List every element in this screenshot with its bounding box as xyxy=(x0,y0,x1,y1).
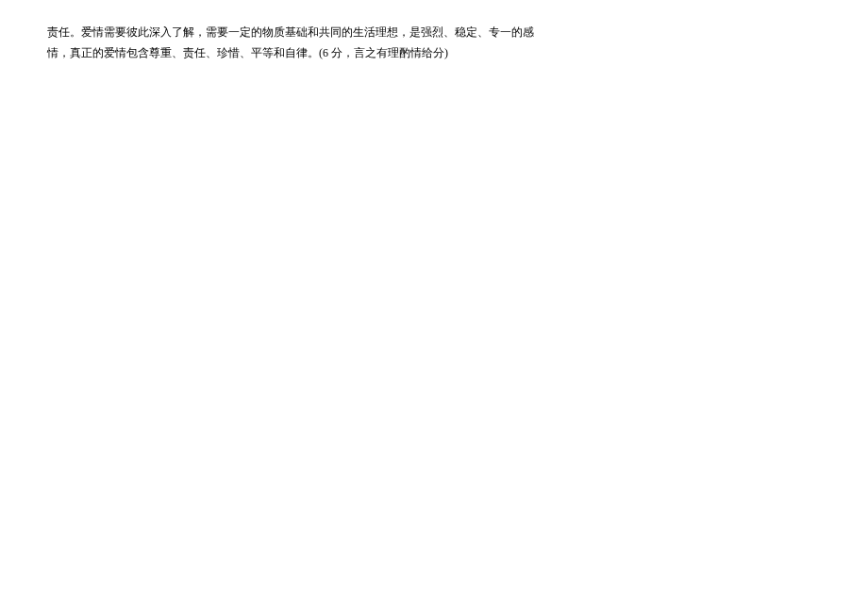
text-line-1: 责任。爱情需要彼此深入了解，需要一定的物质基础和共同的生活理想，是强烈、稳定、专… xyxy=(47,23,821,43)
text-line-2: 情，真正的爱情包含尊重、责任、珍惜、平等和自律。(6 分，言之有理酌情给分) xyxy=(47,43,821,64)
document-content: 责任。爱情需要彼此深入了解，需要一定的物质基础和共同的生活理想，是强烈、稳定、专… xyxy=(0,0,868,63)
